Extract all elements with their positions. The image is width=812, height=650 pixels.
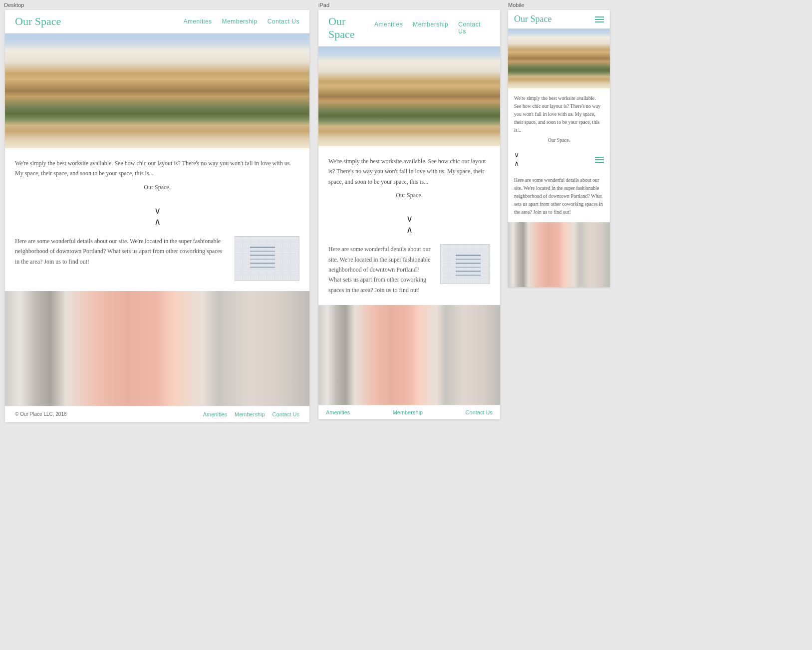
mobile-content-section: We're simply the best worksite available…: [508, 88, 610, 149]
ipad-device: Our Space Amenities Membership Contact U…: [318, 10, 500, 419]
ipad-footer-membership[interactable]: Membership: [393, 409, 423, 415]
ipad-chevron-down-icon[interactable]: ∨: [406, 214, 413, 223]
ipad-nav-amenities[interactable]: Amenities: [374, 21, 403, 35]
ipad-nav-contact[interactable]: Contact Us: [458, 21, 490, 35]
ipad-details-text: Here are some wonderful details about ou…: [328, 244, 433, 295]
desktop-nav-contact[interactable]: Contact Us: [268, 18, 299, 25]
desktop-content-section: We're simply the best worksite available…: [5, 148, 309, 201]
mobile-logo: Our Space: [514, 14, 551, 24]
ipad-footer-amenities[interactable]: Amenities: [326, 409, 350, 415]
ipad-logo: Our Space: [328, 15, 374, 41]
mobile-chevron-down-icon[interactable]: ∨: [514, 152, 519, 159]
desktop-map-image: [235, 236, 299, 281]
mobile-tagline: Our Space.: [514, 137, 604, 143]
hamburger-menu-icon[interactable]: [595, 16, 604, 22]
desktop-label: Desktop: [0, 0, 314, 10]
mobile-details-section: Here are some wonderful details about ou…: [508, 170, 610, 222]
ipad-details-section: Here are some wonderful details about ou…: [318, 239, 500, 305]
desktop-nav: Our Space Amenities Membership Contact U…: [5, 10, 309, 33]
ipad-footer: Amenities Membership Contact Us: [318, 405, 500, 419]
ipad-workspace-visual: [318, 46, 500, 146]
mobile-device: Our Space We're simply the best worksite…: [508, 10, 610, 287]
desktop-lobby-visual: [5, 291, 309, 406]
hamburger-line-3: [595, 21, 604, 22]
mobile-hamburger-line-2: [595, 159, 604, 160]
desktop-lobby-image: [5, 291, 309, 406]
hamburger-line-2: [595, 19, 604, 20]
mobile-chevron-row: ∨ ∧: [508, 149, 610, 170]
mobile-lobby-image: [508, 222, 610, 287]
desktop-details-text: Here are some wonderful details about ou…: [15, 236, 227, 267]
mobile-hero-image: [508, 28, 610, 88]
desktop-nav-links: Amenities Membership Contact Us: [183, 18, 299, 25]
ipad-map-image: [440, 244, 490, 284]
desktop-device: Our Space Amenities Membership Contact U…: [5, 10, 309, 422]
desktop-nav-amenities[interactable]: Amenities: [183, 18, 212, 25]
mobile-menu-icon-2[interactable]: [595, 157, 604, 163]
ipad-hero-image: [318, 46, 500, 146]
desktop-details-section: Here are some wonderful details about ou…: [5, 231, 309, 291]
mobile-body-text: We're simply the best worksite available…: [514, 94, 604, 134]
desktop-chevron-section: ∨ ∧: [5, 201, 309, 231]
ipad-chevron-section: ∨ ∧: [318, 209, 500, 239]
desktop-workspace-visual: [5, 33, 309, 148]
desktop-chevron-down-icon[interactable]: ∨: [154, 206, 161, 215]
ipad-label: iPad: [314, 0, 504, 10]
mobile-hamburger-line-1: [595, 157, 604, 158]
mobile-chevron-up-icon[interactable]: ∧: [514, 160, 519, 167]
mobile-nav: Our Space: [508, 10, 610, 28]
ipad-chevron-up-icon[interactable]: ∧: [406, 225, 413, 234]
desktop-body-text: We're simply the best worksite available…: [15, 158, 299, 179]
desktop-hero-image: [5, 33, 309, 148]
desktop-footer-membership[interactable]: Membership: [235, 411, 265, 417]
ipad-body-text: We're simply the best worksite available…: [328, 156, 490, 187]
desktop-logo: Our Space: [15, 15, 61, 28]
desktop-footer-links: Amenities Membership Contact Us: [203, 411, 299, 417]
desktop-chevron-up-icon[interactable]: ∧: [154, 217, 161, 226]
mobile-hamburger-line-3: [595, 162, 604, 163]
desktop-nav-membership[interactable]: Membership: [222, 18, 258, 25]
mobile-lobby-visual: [508, 222, 610, 287]
ipad-lobby-visual: [318, 305, 500, 405]
desktop-footer-amenities[interactable]: Amenities: [203, 411, 227, 417]
desktop-copyright: © Our Place LLC, 2018: [15, 411, 67, 417]
ipad-nav-membership[interactable]: Membership: [413, 21, 448, 35]
mobile-label: Mobile: [504, 0, 614, 10]
hamburger-line-1: [595, 16, 604, 17]
desktop-tagline: Our Space.: [15, 184, 299, 191]
mobile-details-text: Here are some wonderful details about ou…: [514, 176, 604, 216]
mobile-workspace-visual: [508, 28, 610, 88]
desktop-footer: © Our Place LLC, 2018 Amenities Membersh…: [5, 406, 309, 422]
ipad-nav-links: Amenities Membership Contact Us: [374, 21, 490, 35]
ipad-content-section: We're simply the best worksite available…: [318, 146, 500, 209]
ipad-nav: Our Space Amenities Membership Contact U…: [318, 10, 500, 46]
ipad-tagline: Our Space.: [328, 192, 490, 199]
ipad-lobby-image: [318, 305, 500, 405]
desktop-footer-contact[interactable]: Contact Us: [272, 411, 299, 417]
ipad-footer-contact[interactable]: Contact Us: [466, 409, 493, 415]
